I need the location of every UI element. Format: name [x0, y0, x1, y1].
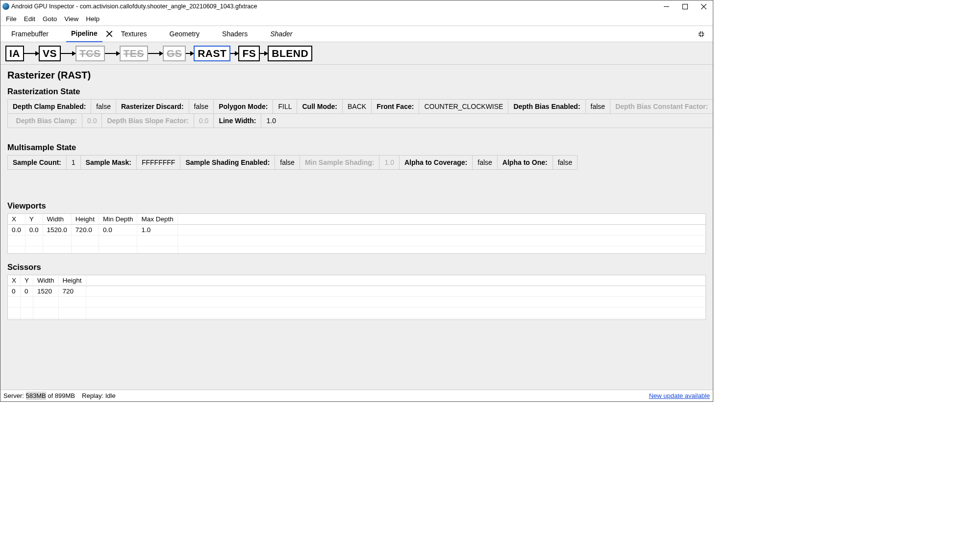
- kv-value: 0.0: [194, 114, 214, 128]
- kv-value: 1.0: [379, 156, 399, 169]
- column-header[interactable]: Y: [21, 275, 33, 286]
- menu-view[interactable]: View: [61, 14, 82, 24]
- table-cell: 0: [21, 286, 33, 297]
- pipeline-stage-vs[interactable]: VS: [39, 46, 61, 61]
- minimize-icon: [664, 4, 669, 9]
- window-close-button[interactable]: [694, 0, 713, 12]
- viewports-table: XYWidthHeightMin DepthMax Depth 0.00.015…: [7, 213, 706, 254]
- menu-help[interactable]: Help: [82, 14, 103, 24]
- column-header[interactable]: Height: [71, 214, 99, 225]
- kv-label: Depth Bias Clamp:: [8, 114, 82, 128]
- kv-value: FFFFFFFF: [137, 156, 180, 169]
- exit-fullscreen-button[interactable]: [696, 30, 707, 38]
- table-row[interactable]: 001520720: [8, 286, 705, 297]
- kv-label: Polygon Mode:: [214, 100, 273, 113]
- column-header[interactable]: Y: [25, 214, 43, 225]
- table-row: [8, 236, 705, 246]
- column-header[interactable]: Height: [58, 275, 86, 286]
- kv-label: Alpha to One:: [498, 156, 553, 169]
- server-used: 583MB: [26, 392, 46, 400]
- tab-pipeline[interactable]: Pipeline: [66, 26, 102, 42]
- kv-label: Front Face:: [372, 100, 419, 113]
- maximize-icon: [682, 4, 688, 9]
- arrow-icon: [230, 53, 238, 54]
- close-icon: [701, 4, 706, 9]
- window-maximize-button[interactable]: [676, 0, 694, 12]
- kv-value: false: [586, 100, 611, 113]
- column-header[interactable]: Width: [33, 275, 59, 286]
- server-total: of 899MB: [48, 392, 75, 399]
- pipeline-stage-tes[interactable]: TES: [120, 46, 148, 61]
- kv-value: COUNTER_CLOCKWISE: [419, 100, 508, 113]
- rasterization-state-table: Depth Clamp Enabled:falseRasterizer Disc…: [7, 99, 713, 128]
- kv-label: Sample Mask:: [81, 156, 137, 169]
- menubar: File Edit Goto View Help: [0, 12, 713, 26]
- menu-goto[interactable]: Goto: [39, 14, 60, 24]
- arrow-icon: [61, 53, 75, 54]
- table-cell: 0: [8, 286, 21, 297]
- kv-value: 1: [67, 156, 81, 169]
- replay-label: Replay:: [82, 392, 103, 399]
- tab-geometry[interactable]: Geometry: [165, 26, 204, 42]
- pipeline-stage-blend[interactable]: BLEND: [268, 46, 312, 61]
- kv-label: Sample Shading Enabled:: [180, 156, 275, 169]
- tab-textures[interactable]: Textures: [116, 26, 152, 42]
- multisample-state-heading: Multisample State: [7, 143, 706, 152]
- exit-fullscreen-icon: [698, 30, 705, 38]
- server-memory: Server: 583MB of 899MB: [3, 392, 75, 399]
- pipeline-stage-gs[interactable]: GS: [163, 46, 186, 61]
- kv-label: Alpha to Coverage:: [400, 156, 473, 169]
- viewports-heading: Viewports: [7, 201, 706, 210]
- pipeline-bar: IAVSTCSTESGSRASTFSBLEND: [0, 42, 713, 65]
- kv-label: Depth Bias Constant Factor:: [610, 100, 713, 113]
- column-header[interactable]: Max Depth: [137, 214, 177, 225]
- statusbar: Server: 583MB of 899MB Replay: Idle New …: [0, 390, 713, 401]
- table-cell: 0.0: [99, 225, 137, 236]
- scissors-heading: Scissors: [7, 263, 706, 272]
- pipeline-stage-tcs[interactable]: TCS: [75, 46, 105, 61]
- pipeline-stage-ia[interactable]: IA: [5, 46, 24, 61]
- window-minimize-button[interactable]: [657, 0, 676, 12]
- kv-label: Cull Mode:: [297, 100, 343, 113]
- kv-value: false: [91, 100, 116, 113]
- svg-rect-1: [682, 4, 687, 9]
- column-header[interactable]: Min Depth: [99, 214, 137, 225]
- kv-label: Sample Count:: [8, 156, 67, 169]
- kv-value: 1.0: [261, 114, 280, 128]
- scissors-table: XYWidthHeight 001520720: [7, 275, 706, 320]
- replay-state: Idle: [105, 392, 116, 399]
- kv-label: Rasterizer Discard:: [116, 100, 189, 113]
- column-header[interactable]: Width: [43, 214, 71, 225]
- kv-value: false: [553, 156, 578, 169]
- content: Rasterizer (RAST) Rasterization State De…: [0, 65, 713, 390]
- table-cell: 1520.0: [43, 225, 71, 236]
- update-available-link[interactable]: New update available: [649, 392, 710, 399]
- app-icon: [2, 3, 9, 10]
- pipeline-stage-fs[interactable]: FS: [238, 46, 260, 61]
- column-header[interactable]: X: [8, 214, 25, 225]
- tab-shaders[interactable]: Shaders: [217, 26, 252, 42]
- table-row[interactable]: 0.00.01520.0720.00.01.0: [8, 225, 705, 236]
- multisample-state-table: Sample Count:1Sample Mask:FFFFFFFFSample…: [7, 155, 578, 170]
- arrow-icon: [260, 53, 268, 54]
- tab-framebuffer[interactable]: Framebuffer: [6, 26, 53, 42]
- kv-value: BACK: [343, 100, 372, 113]
- table-cell: 720: [58, 286, 86, 297]
- kv-label: Line Width:: [214, 114, 261, 128]
- tab-close-button[interactable]: [103, 30, 115, 38]
- table-row: [8, 308, 705, 318]
- tab-shader-instance[interactable]: Shader: [265, 26, 297, 42]
- arrow-icon: [24, 53, 39, 54]
- rasterization-state-heading: Rasterization State: [7, 87, 706, 96]
- kv-label: Min Sample Shading:: [300, 156, 380, 169]
- arrow-icon: [148, 53, 163, 54]
- arrow-icon: [105, 53, 120, 54]
- column-header[interactable]: X: [8, 275, 21, 286]
- kv-value: false: [189, 100, 214, 113]
- table-cell: 1.0: [137, 225, 177, 236]
- table-row: [8, 246, 705, 254]
- menu-file[interactable]: File: [2, 14, 20, 24]
- pipeline-stage-rast[interactable]: RAST: [194, 46, 230, 61]
- app-window: Android GPU Inspector - com.activision.c…: [0, 0, 713, 402]
- menu-edit[interactable]: Edit: [21, 14, 39, 24]
